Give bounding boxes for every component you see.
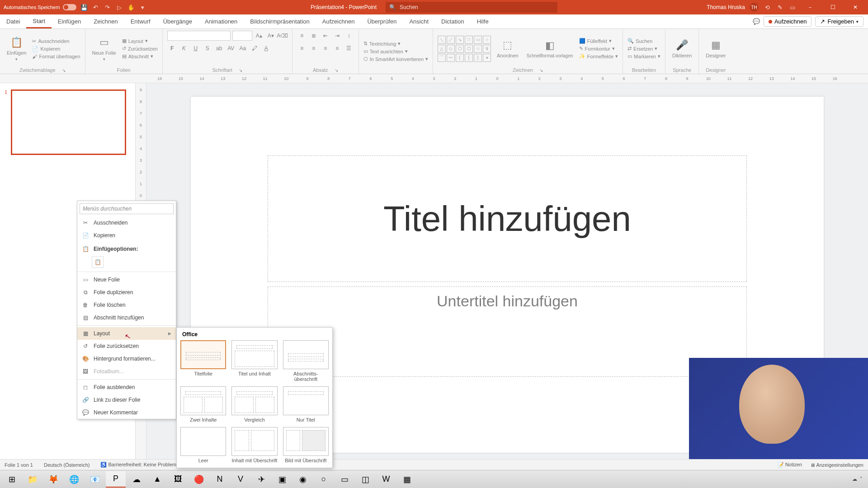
layout-leer[interactable]: Leer [180,427,226,463]
align-right-icon[interactable]: ≡ [321,43,330,53]
tab-einfuegen[interactable]: Einfügen [52,14,87,28]
weather-icon[interactable]: ☁ [852,476,857,482]
align-center-icon[interactable]: ≡ [309,43,319,53]
tb-word[interactable]: W [376,471,396,488]
launcher-icon[interactable]: ↘ [539,68,543,73]
subtitle-placeholder[interactable]: Untertitel hinzufügen [268,286,747,377]
tb-app3[interactable]: 🔴 [189,471,209,488]
font-size-combo[interactable] [232,31,252,41]
tab-aufzeichnen[interactable]: Aufzeichnen [316,14,361,28]
shape-fill-button[interactable]: 🟦 Fülleffekt ▾ [579,38,618,44]
layout-titel-und-inhalt[interactable]: Titel und Inhalt [231,340,277,382]
find-button[interactable]: 🔍 Suchen [627,38,660,44]
display-settings-button[interactable]: 🖥 Anzeigeeinstellungen [810,462,863,468]
text-direction-button[interactable]: ⇅ Textrichtung ▾ [363,41,428,47]
font-color-icon[interactable]: A [261,43,271,53]
shape-effects-button[interactable]: ✨ Formeffekte ▾ [579,53,618,59]
reset-button[interactable]: ↺ Zurücksetzen [122,46,158,52]
tb-explorer[interactable]: 📁 [23,471,42,488]
tab-animationen[interactable]: Animationen [198,14,244,28]
autosave-toggle[interactable]: Automatisches Speichern [4,4,76,10]
underline-icon[interactable]: U [191,43,201,53]
grow-font-icon[interactable]: A▴ [254,31,264,41]
align-text-button[interactable]: ▭ Text ausrichten ▾ [363,48,428,54]
layout-inhalt-mit-ueberschrift[interactable]: Inhalt mit Überschrift [231,427,277,463]
justify-icon[interactable]: ≡ [332,43,342,53]
tab-uebergaenge[interactable]: Übergänge [157,14,198,28]
align-left-icon[interactable]: ≡ [297,43,307,53]
font-family-combo[interactable] [167,31,231,41]
launcher-icon[interactable]: ↘ [239,68,242,73]
tb-chrome[interactable]: 🌐 [64,471,84,488]
comments-icon[interactable]: 💬 [753,18,760,25]
tb-app7[interactable]: ▭ [335,471,354,488]
paste-button[interactable]: 📋Einfügen▾ [5,35,28,62]
slide-counter[interactable]: Folie 1 von 1 [5,462,33,468]
notes-button[interactable]: 📝 Notizen [778,462,802,468]
layout-abschnitts-ueberschrift[interactable]: Abschnitts-überschrift [283,340,329,382]
layout-zwei-inhalte[interactable]: Zwei Inhalte [180,386,226,422]
draw-icon[interactable]: ✎ [776,3,784,11]
shape-outline-button[interactable]: ✎ Formkontur ▾ [579,46,618,52]
shrink-font-icon[interactable]: A▾ [266,31,276,41]
tb-obs[interactable]: ◉ [293,471,313,488]
bullets-icon[interactable]: ≡ [297,31,307,41]
cm-new-slide[interactable]: ▭Neue Folie [77,273,176,286]
layout-nur-titel[interactable]: Nur Titel [283,386,329,422]
tb-app6[interactable]: ○ [314,471,334,488]
case-icon[interactable]: Aa [238,43,248,53]
copy-button[interactable]: 📄 Kopieren [32,46,80,52]
tb-app5[interactable]: ▣ [272,471,292,488]
section-button[interactable]: ▤ Abschnitt ▾ [122,53,158,59]
minimize-button[interactable]: － [801,0,819,14]
menu-search-input[interactable]: Menüs durchsuchen [80,203,174,214]
tb-telegram[interactable]: ✈ [251,471,271,488]
clear-format-icon[interactable]: A⌫ [278,31,288,41]
close-button[interactable]: ✕ [846,0,864,14]
cm-duplicate-slide[interactable]: ⧉Folie duplizieren [77,286,176,299]
replace-button[interactable]: ⇄ Ersetzen ▾ [627,46,660,52]
numbering-icon[interactable]: ≣ [309,31,319,41]
layout-bild-mit-ueberschrift[interactable]: Bild mit Überschrift [283,427,329,463]
layout-button[interactable]: ▦ Layout ▾ [122,38,158,44]
cm-new-comment[interactable]: 💬Neuer Kommentar [77,406,176,419]
slide-thumbnail-1[interactable] [11,89,126,155]
line-spacing-icon[interactable]: ↕ [344,31,354,41]
tab-bildschirmpraesentation[interactable]: Bildschirmpräsentation [244,14,316,28]
tab-zeichnen[interactable]: Zeichnen [87,14,124,28]
italic-icon[interactable]: K [179,43,189,53]
user-name[interactable]: Thomas Hruska [707,4,745,10]
dictate-button[interactable]: 🎤Diktieren [670,38,694,59]
strike-icon[interactable]: S [203,43,212,53]
cm-cut[interactable]: ✂Ausschneiden [77,216,176,229]
designer-button[interactable]: ▦Designer [703,38,728,59]
launcher-icon[interactable]: ↘ [335,68,338,73]
tb-app8[interactable]: ◫ [355,471,375,488]
cm-copy[interactable]: 📄Kopieren [77,229,176,242]
start-menu-button[interactable]: ⊞ [2,471,22,488]
cut-button[interactable]: ✂ Ausschneiden [32,38,80,44]
tab-ueberpruefen[interactable]: Überprüfen [361,14,403,28]
tab-dictation[interactable]: Dictation [435,14,471,28]
tb-app2[interactable]: 🖼 [168,471,188,488]
tab-start[interactable]: Start [26,14,51,28]
smartart-button[interactable]: ⬡ In SmartArt konvertieren ▾ [363,56,428,62]
layout-titelfolie[interactable]: Titelfolie [180,340,226,382]
save-icon[interactable]: 💾 [80,3,88,11]
tb-app4[interactable]: V [231,471,250,488]
undo-icon[interactable]: ↶ [92,3,100,11]
tb-onenote[interactable]: N [210,471,230,488]
sync-icon[interactable]: ⟲ [763,3,771,11]
touch-icon[interactable]: ✋ [127,3,135,11]
spacing-icon[interactable]: AV [226,43,236,53]
shapes-gallery[interactable]: ＼／↘□▭○ △◇⬠⬡☆↯ ⌒〜({}▾ [438,36,491,62]
tab-hilfe[interactable]: Hilfe [471,14,495,28]
maximize-button[interactable]: ☐ [824,0,842,14]
record-button[interactable]: Aufzeichnen [764,16,812,27]
user-avatar[interactable]: TH [750,3,759,12]
highlight-icon[interactable]: 🖍 [250,43,259,53]
accessibility-status[interactable]: ♿ Barrierefreiheit: Keine Probleme [100,462,179,468]
launcher-icon[interactable]: ↘ [62,68,66,73]
indent-icon[interactable]: ⇥ [332,31,342,41]
bold-icon[interactable]: F [167,43,177,53]
